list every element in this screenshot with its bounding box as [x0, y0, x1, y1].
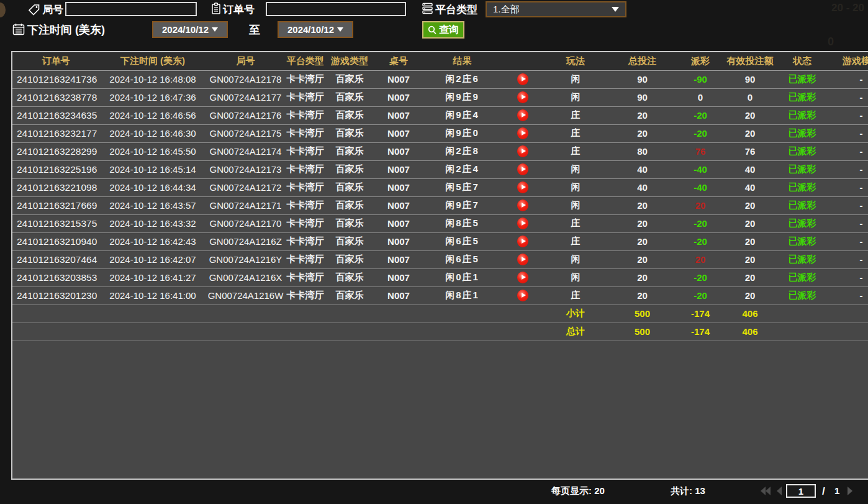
cell-round: GN00724A12170: [206, 214, 285, 232]
cell-bet: 80: [607, 142, 678, 160]
play-triangle: [522, 149, 526, 153]
cell-result: 闲2庄4: [423, 160, 501, 178]
platform-type-select[interactable]: 1.全部: [486, 1, 626, 17]
cell-payout: 0: [678, 88, 723, 106]
cell-platform: 卡卡湾厅: [285, 142, 325, 160]
next-page-icon[interactable]: [847, 487, 853, 495]
per-page-text: 每页显示: 20: [551, 485, 605, 497]
cell-play: 闲: [545, 160, 607, 178]
cell-replay: [501, 232, 545, 250]
table-row: 2410121632417362024-10-12 16:48:08GN0072…: [12, 70, 868, 88]
cell-result: 闲0庄1: [423, 268, 501, 286]
cell-valid: 20: [723, 268, 777, 286]
cell-game: 百家乐: [325, 142, 374, 160]
cell-payout: 20: [678, 250, 723, 268]
cell-platform: 卡卡湾厅: [285, 124, 325, 142]
cell-replay: [501, 142, 545, 160]
order-number-input[interactable]: [266, 2, 406, 16]
replay-video-icon[interactable]: [517, 145, 528, 157]
cell-result: 闲9庄0: [423, 124, 501, 142]
cell-game: 百家乐: [325, 106, 374, 124]
cell-round: GN00724A12171: [206, 196, 285, 214]
cell-mode: -: [827, 268, 868, 286]
previous-page-icon[interactable]: [776, 487, 782, 495]
grand-total-row: 总计500-174406: [12, 323, 868, 341]
replay-video-icon[interactable]: [517, 272, 528, 283]
cell-order: 241012163207464: [12, 250, 99, 268]
cell-mode: -: [827, 124, 868, 142]
calendar-icon: [12, 23, 25, 35]
page-number-input[interactable]: [786, 484, 816, 498]
cell-table: N007: [374, 268, 423, 286]
subtotal-row-cell-11: -174: [678, 305, 723, 323]
subtotal-row-cell-1: [12, 305, 99, 323]
date-from-picker[interactable]: 2024/10/12: [152, 21, 228, 38]
cell-time: 2024-10-12 16:47:36: [99, 88, 206, 106]
clipboard-icon: [210, 2, 222, 15]
cell-result: 闲8庄5: [423, 214, 501, 232]
grand-total-row-cell-12: 406: [723, 323, 777, 341]
cell-payout: -90: [678, 70, 723, 88]
date-to-value: 2024/10/12: [287, 24, 334, 35]
table-row: 2410121632346352024-10-12 16:46:56GN0072…: [12, 106, 868, 124]
cell-bet: 20: [607, 124, 678, 142]
page-total-text: 1: [834, 485, 839, 496]
cell-replay: [501, 70, 545, 88]
first-page-icon[interactable]: [760, 487, 771, 495]
cell-valid: 20: [723, 232, 777, 250]
cell-mode: -: [827, 250, 868, 268]
play-triangle: [522, 131, 526, 135]
cell-result: 闲9庄7: [423, 196, 501, 214]
cell-bet: 90: [607, 70, 678, 88]
cell-valid: 76: [723, 142, 777, 160]
replay-video-icon[interactable]: [517, 109, 528, 121]
subtotal-row-cell-3: [206, 305, 285, 323]
cell-mode: -: [827, 232, 868, 250]
cell-order: 241012163203853: [12, 268, 99, 286]
grand-total-row-cell-1: [12, 323, 99, 341]
cell-play: 庄: [545, 142, 607, 160]
subtotal-row-cell-5: [325, 305, 374, 323]
subtotal-row-cell-8: [501, 305, 545, 323]
table-row: 2410121632321772024-10-12 16:46:30GN0072…: [12, 124, 868, 142]
cell-replay: [501, 268, 545, 286]
replay-video-icon[interactable]: [517, 199, 528, 211]
cell-table: N007: [374, 232, 423, 250]
cell-platform: 卡卡湾厅: [285, 250, 325, 268]
subtotal-row-cell-10: 500: [607, 305, 678, 323]
cell-table: N007: [374, 214, 423, 232]
play-triangle: [522, 275, 526, 280]
replay-video-icon[interactable]: [517, 181, 528, 193]
cell-replay: [501, 106, 545, 124]
replay-video-icon[interactable]: [517, 254, 528, 265]
cell-round: GN00724A1216W: [206, 286, 285, 305]
round-number-input[interactable]: [65, 2, 197, 16]
cell-table: N007: [374, 160, 423, 178]
search-button[interactable]: 查询: [422, 21, 464, 39]
subtotal-row-cell-6: [374, 305, 423, 323]
replay-video-icon[interactable]: [517, 73, 528, 85]
cell-bet: 20: [607, 196, 678, 214]
play-triangle: [522, 203, 526, 208]
cell-round: GN00724A12173: [206, 160, 285, 178]
cell-time: 2024-10-12 16:46:56: [99, 106, 206, 124]
replay-video-icon[interactable]: [517, 236, 528, 247]
cell-round: GN00724A12176: [206, 106, 285, 124]
cell-replay: [501, 160, 545, 178]
cell-bet: 40: [607, 160, 678, 178]
replay-video-icon[interactable]: [517, 163, 528, 175]
cell-table: N007: [374, 70, 423, 88]
date-to-picker[interactable]: 2024/10/12: [278, 21, 353, 38]
subtotal-row-cell-13: [777, 305, 827, 323]
replay-video-icon[interactable]: [517, 91, 528, 103]
cell-play: 闲: [545, 70, 607, 88]
chevron-down-icon: [212, 27, 218, 32]
table-body: 2410121632417362024-10-12 16:48:08GN0072…: [12, 70, 868, 341]
grand-total-row-cell-5: [325, 323, 374, 341]
cell-status: 已派彩: [777, 196, 827, 214]
replay-video-icon[interactable]: [517, 290, 528, 301]
replay-video-icon[interactable]: [517, 127, 528, 139]
replay-video-icon[interactable]: [517, 218, 528, 229]
cell-order: 241012163228299: [12, 142, 99, 160]
cell-time: 2024-10-12 16:45:50: [99, 142, 206, 160]
